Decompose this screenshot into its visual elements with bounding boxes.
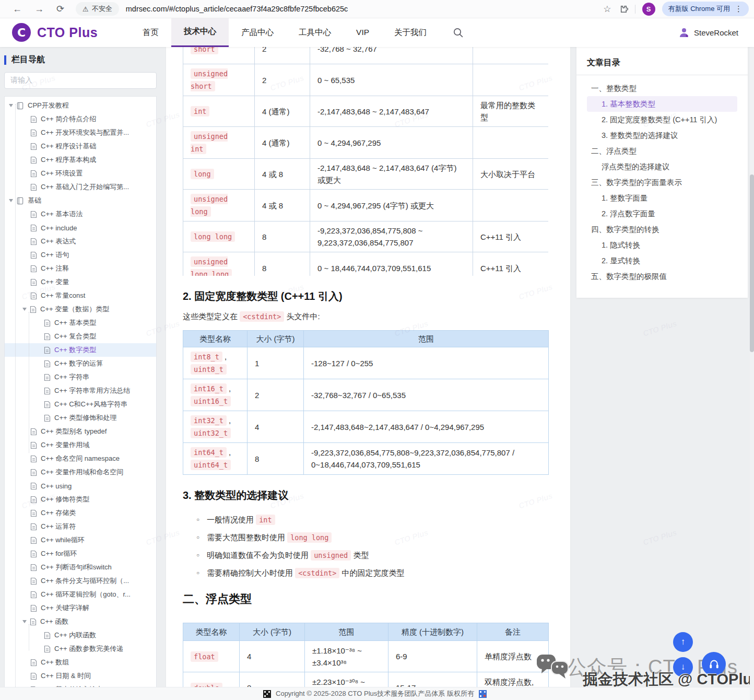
profile-avatar[interactable]: S: [642, 3, 655, 16]
tree-item-label: C++ for循环: [41, 549, 77, 558]
user-account[interactable]: SteveRocket: [678, 27, 738, 38]
tree-item[interactable]: C++ 类型修饰和处理: [5, 411, 156, 425]
back-to-top-button[interactable]: ↑: [673, 632, 693, 652]
tree-item-label: C++ while循环: [41, 535, 85, 545]
menu-dots-icon[interactable]: ⋮: [735, 4, 743, 14]
bookmark-star-icon[interactable]: ☆: [603, 4, 611, 15]
nav-product-center[interactable]: 产品中心: [229, 18, 286, 47]
tree-item[interactable]: C++ 数组: [5, 656, 156, 669]
tree-item[interactable]: C++ 日期 & 时间: [5, 669, 156, 683]
tree-item[interactable]: C++ for循环: [5, 547, 156, 561]
tree-item[interactable]: C++ 变量作用域和命名空间: [5, 465, 156, 479]
tree-item[interactable]: C++ 存储类: [5, 506, 156, 520]
toc-item[interactable]: 浮点类型的选择建议: [587, 159, 737, 174]
security-badge[interactable]: ⚠ 不安全: [76, 2, 119, 16]
tree-item[interactable]: C++ 程序设计基础: [5, 139, 156, 153]
doc-icon: [44, 632, 51, 639]
table-row: int16_t , uint16_t2-32,768~32,767 / 0~65…: [183, 379, 549, 411]
toc-item[interactable]: 1. 基本整数类型: [587, 96, 737, 112]
tree-item[interactable]: C++ 语句: [5, 248, 156, 262]
extensions-icon[interactable]: [618, 4, 628, 14]
toc-item[interactable]: 五、数字类型的极限值: [587, 269, 737, 284]
chrome-update-button[interactable]: 有新版 Chrome 可用 ⋮: [662, 2, 749, 16]
nav-about[interactable]: 关于我们: [382, 18, 439, 47]
tree-item[interactable]: C++ 表达式: [5, 235, 156, 248]
tree-item[interactable]: C++ 变量（数据）类型: [5, 302, 156, 316]
nav-vip[interactable]: VIP: [344, 18, 382, 47]
tree-item[interactable]: C++ 数字类型: [5, 343, 156, 357]
float-table: 类型名称大小 (字节)范围精度 (十进制数字)备注float4±1.18×10⁻…: [183, 623, 549, 687]
type-name-cell: float: [183, 641, 240, 672]
tree-item[interactable]: C++ 简介特点介绍: [5, 112, 156, 126]
caret-down-icon[interactable]: [22, 308, 27, 311]
tree-item[interactable]: C++ 命名空间 namespace: [5, 452, 156, 465]
advice-item: 需要精确控制大小时使用 <cstdint> 中的固定宽度类型: [196, 564, 548, 582]
type-name-cell: int8_t , uint8_t: [183, 347, 248, 379]
toc-item[interactable]: 2. 固定宽度整数类型 (C++11 引入): [587, 112, 737, 127]
type-name-cell: short: [183, 46, 255, 64]
caret-down-icon[interactable]: [9, 199, 13, 202]
size-cell: 8: [255, 252, 310, 276]
forward-icon[interactable]: →: [34, 0, 44, 18]
tree-item[interactable]: C++ 开发环境安装与配置并...: [5, 126, 156, 139]
tree-item[interactable]: C++ 基本语法: [5, 207, 156, 221]
toc-item[interactable]: 1. 隐式转换: [587, 237, 737, 253]
tree-item[interactable]: C++ 程序基本构成: [5, 153, 156, 167]
tree-item[interactable]: C++ 关键字详解: [5, 601, 156, 615]
tree-item[interactable]: C++ 常量const: [5, 289, 156, 302]
tree-item[interactable]: C++ 判断语句if和switch: [5, 561, 156, 574]
doc-icon: [44, 401, 51, 409]
toc-item[interactable]: 四、数字类型的转换: [587, 221, 737, 237]
tree-item[interactable]: C++ 复合类型: [5, 330, 156, 343]
nav-tool-center[interactable]: 工具中心: [286, 18, 344, 47]
tree-item[interactable]: C++ 字符串常用方法总结: [5, 384, 156, 398]
tree-item[interactable]: C++ 修饰符类型: [5, 493, 156, 506]
tree-item[interactable]: C++ 变量作用域: [5, 438, 156, 452]
tree-item[interactable]: C++ 基础入门之开始编写第...: [5, 180, 156, 194]
toc-item[interactable]: 一、整数类型: [587, 80, 737, 96]
toc-item[interactable]: 1. 整数字面量: [587, 190, 737, 206]
nav-tech-center[interactable]: 技术中心: [171, 18, 229, 47]
caret-down-icon[interactable]: [9, 104, 13, 107]
caret-down-icon[interactable]: [22, 620, 27, 623]
advice-text: 中的固定宽度类型: [339, 568, 404, 577]
page-scrollbar[interactable]: [750, 18, 754, 700]
tree-item[interactable]: C++ include: [5, 221, 156, 235]
toc-item[interactable]: 3. 整数类型的选择建议: [587, 127, 737, 143]
tree-item[interactable]: C++ 变量: [5, 275, 156, 289]
toc-item[interactable]: 2. 浮点数字面量: [587, 206, 737, 221]
address-bar[interactable]: mdrsec.com/#/ctoplus_article/cecaaef73f4…: [126, 5, 348, 13]
tree-item[interactable]: C++ 运算符: [5, 520, 156, 533]
brand-name[interactable]: CTO Plus: [37, 25, 98, 40]
tree-item[interactable]: C++ 内联函数: [5, 628, 156, 642]
type-name-cell: long long: [183, 221, 255, 252]
tree-item[interactable]: CPP开发教程: [5, 99, 156, 112]
toc-item[interactable]: 三、数字类型的字面量表示: [587, 174, 737, 190]
tree-item[interactable]: C++ 函数参数完美传递: [5, 642, 156, 656]
back-icon[interactable]: ←: [13, 0, 22, 18]
tree-item[interactable]: C++ 循环逻辑控制（goto、r...: [5, 588, 156, 601]
tree-item[interactable]: C++ while循环: [5, 533, 156, 547]
cto-plus-logo[interactable]: C: [11, 22, 31, 42]
nav-home[interactable]: 首页: [130, 18, 171, 47]
tree-item[interactable]: 基础: [5, 194, 156, 207]
float-table-wrap: 类型名称大小 (字节)范围精度 (十进制数字)备注float4±1.18×10⁻…: [183, 623, 548, 687]
scrollbar-thumb[interactable]: [750, 174, 754, 352]
tree-item[interactable]: C++ 注释: [5, 262, 156, 275]
tree-item[interactable]: C++ using: [5, 479, 156, 493]
tree-item[interactable]: C++ 条件分支与循环控制（...: [5, 574, 156, 588]
tree-item[interactable]: C++ 数字的运算: [5, 357, 156, 370]
sidebar-search-input[interactable]: 请输入: [4, 72, 157, 89]
advice-text: 明确知道数值不会为负时使用: [207, 551, 311, 559]
reload-icon[interactable]: ⟳: [56, 0, 64, 18]
tree-item[interactable]: C++ 环境设置: [5, 167, 156, 180]
tree-item[interactable]: C++ 函数: [5, 615, 156, 628]
tree-item[interactable]: C++ 字符串: [5, 370, 156, 384]
tree-item[interactable]: C++ 类型别名 typedef: [5, 425, 156, 438]
tree-item[interactable]: C++ 基本类型: [5, 316, 156, 330]
tree-item-label: C++ 类型别名 typedef: [41, 427, 107, 436]
toc-item[interactable]: 2. 显式转换: [587, 253, 737, 269]
tree-item[interactable]: C++ C和C++风格字符串: [5, 398, 156, 411]
search-icon[interactable]: [453, 27, 464, 38]
toc-item[interactable]: 二、浮点类型: [587, 143, 737, 159]
